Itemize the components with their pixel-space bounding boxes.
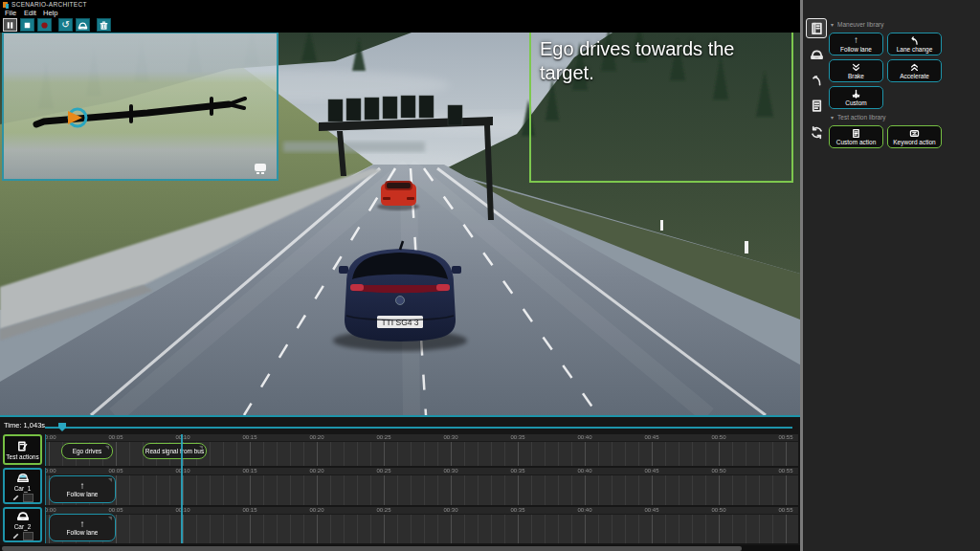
block-corner-notch xyxy=(105,446,109,453)
minimap-overlay[interactable] xyxy=(2,33,278,181)
track-checkbox[interactable] xyxy=(23,494,33,502)
timeline-panel: Time: 1,043s Test actions00:0000:0500:10… xyxy=(0,415,800,551)
gridline xyxy=(478,441,479,466)
action-block-read-signal-from-bus[interactable]: Read signal from bus xyxy=(143,443,207,459)
ruler-tick-label: 00:55 xyxy=(778,468,792,474)
action-block-follow-lane[interactable]: ↑Follow lane xyxy=(49,514,116,541)
track-name: Car_1 xyxy=(14,485,32,492)
ego-license-plate: TTI SG4 3 xyxy=(381,318,418,327)
car-icon xyxy=(16,509,30,522)
gridline xyxy=(786,441,787,466)
menu-help[interactable]: Help xyxy=(43,9,57,17)
gridline xyxy=(491,474,492,505)
track-lane[interactable]: 00:0000:0500:1000:1500:2000:2500:3000:35… xyxy=(45,507,798,543)
custom-action-button[interactable]: Custom action xyxy=(829,125,883,148)
gridline xyxy=(558,474,559,505)
block-corner-notch xyxy=(108,517,112,524)
scrollbar-thumb[interactable] xyxy=(2,546,742,551)
gridline xyxy=(638,514,639,543)
chevrons-down-icon xyxy=(851,62,861,73)
gridline xyxy=(344,474,345,505)
menu-file[interactable]: File xyxy=(5,9,16,17)
gridline xyxy=(585,514,586,543)
stop-button[interactable] xyxy=(20,18,34,32)
keyword-action-button[interactable]: Keyword action xyxy=(887,125,942,148)
gridline xyxy=(545,474,546,505)
sidebar-nav-sync[interactable] xyxy=(806,122,827,143)
action-block-follow-lane[interactable]: ↑Follow lane xyxy=(49,475,116,503)
pause-button[interactable] xyxy=(3,18,17,32)
gridline xyxy=(290,441,291,466)
ruler-tick-label: 00:35 xyxy=(510,468,524,474)
reset-button[interactable]: ↺ xyxy=(58,18,73,32)
follow-lane-button[interactable]: ↑Follow lane xyxy=(829,33,883,55)
sidebar-nav-car[interactable] xyxy=(806,44,827,64)
pencil-icon xyxy=(11,494,20,502)
gridline xyxy=(625,514,626,543)
red-car xyxy=(377,181,419,210)
menu-edit[interactable]: Edit xyxy=(24,9,36,17)
gridline xyxy=(411,514,412,543)
horizontal-scrollbar[interactable] xyxy=(0,545,800,551)
gridline xyxy=(330,474,331,505)
track-checkbox[interactable] xyxy=(23,532,33,540)
gridline xyxy=(652,514,653,543)
timeline-scrubber[interactable] xyxy=(45,427,792,429)
gridline xyxy=(330,514,331,543)
ruler-tick-label: 00:45 xyxy=(644,434,658,441)
action-block-ego-drives[interactable]: Ego drives xyxy=(61,443,113,459)
sidebar-nav-script[interactable] xyxy=(806,96,827,116)
gridline xyxy=(143,514,144,543)
custom-button[interactable]: Custom xyxy=(829,86,883,109)
gridline xyxy=(169,514,170,543)
arrow-up-icon: ↑ xyxy=(854,35,858,45)
gridline xyxy=(705,474,706,505)
playhead-line xyxy=(181,434,183,543)
gridline xyxy=(424,441,425,466)
accelerate-button[interactable]: Accelerate xyxy=(887,59,942,82)
gridline xyxy=(652,474,653,505)
track-lane[interactable]: 00:0000:0500:1000:1500:2000:2500:3000:35… xyxy=(45,434,798,466)
app-logo-icon xyxy=(3,2,8,8)
gridline xyxy=(236,514,237,543)
track-header-car_1[interactable]: Car_1 xyxy=(3,468,42,504)
record-button[interactable] xyxy=(37,18,52,32)
button-label: Custom xyxy=(845,99,866,106)
ruler-tick-label: 00:15 xyxy=(242,468,256,474)
gridline xyxy=(303,441,304,466)
vehicle-button[interactable] xyxy=(76,18,90,32)
annotation-box[interactable]: Ego drives towards the target. xyxy=(529,33,793,183)
gridline xyxy=(290,474,291,505)
section-header-test-action-library[interactable]: ▾Test action library xyxy=(831,114,886,121)
gridline xyxy=(437,514,438,543)
viewport-3d-scene[interactable]: TTI SG4 3 xyxy=(0,33,800,415)
gridline xyxy=(317,441,318,466)
delete-button[interactable] xyxy=(97,18,111,32)
scrubber-playhead-marker[interactable] xyxy=(58,423,66,431)
gridline xyxy=(210,441,211,466)
gridline xyxy=(746,514,746,543)
ruler-tick-label: 00:45 xyxy=(644,468,658,474)
minimap-vehicle-icon xyxy=(255,164,266,174)
gridline xyxy=(116,441,117,466)
lane-change-button[interactable]: Lane change xyxy=(887,33,942,55)
sidebar-nav-library[interactable] xyxy=(806,18,827,38)
sidebar-nav-maneuver[interactable] xyxy=(806,70,827,90)
gridline xyxy=(384,474,385,505)
track-header-car_2[interactable]: Car_2 xyxy=(3,507,42,542)
track-lane[interactable]: 00:0000:0500:1000:1500:2000:2500:3000:35… xyxy=(45,468,798,505)
gridline xyxy=(625,441,626,466)
section-label: Test action library xyxy=(837,114,886,121)
gridline xyxy=(464,441,465,466)
ruler-tick-label: 00:40 xyxy=(577,468,591,474)
timeline-track-car_2: Car_200:0000:0500:1000:1500:2000:2500:30… xyxy=(0,507,800,543)
timeline-track-car_1: Car_100:0000:0500:1000:1500:2000:2500:30… xyxy=(0,468,800,505)
ruler-tick-label: 00:20 xyxy=(309,468,323,474)
track-header-test-actions[interactable]: Test actions xyxy=(3,434,42,465)
gridline xyxy=(424,514,425,543)
section-header-maneuver-library[interactable]: ▾Maneuver library xyxy=(831,21,883,28)
gridline xyxy=(129,474,130,505)
brake-button[interactable]: Brake xyxy=(829,59,883,82)
ruler-tick-label: 00:15 xyxy=(242,434,256,441)
gridline xyxy=(638,441,639,466)
